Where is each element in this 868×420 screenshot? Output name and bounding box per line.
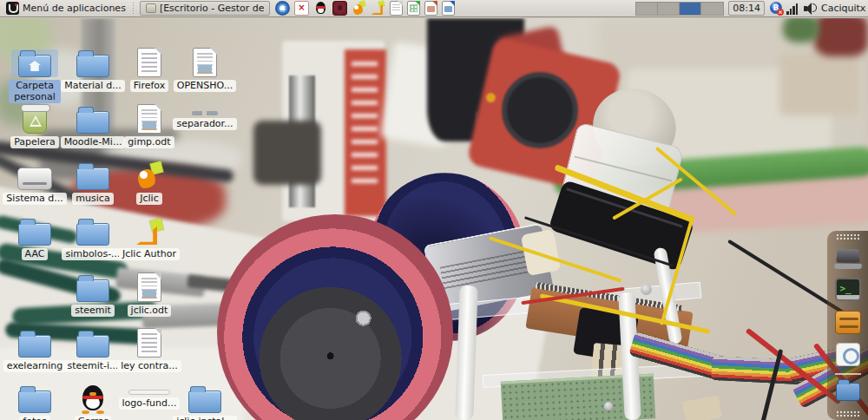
network-signal-icon[interactable] (786, 2, 800, 15)
desktop-icon-label: Jclic (136, 193, 161, 205)
desktop-icon-ley-contra[interactable]: ley contra... (122, 330, 177, 372)
top-panel: Menú de aplicaciones [Escritorio - Gesto… (0, 0, 868, 17)
desktop-icon-label: Jclic Author (119, 248, 180, 260)
recorder-icon[interactable] (332, 1, 347, 16)
writer-document-icon[interactable] (390, 1, 403, 16)
workspace-4[interactable] (701, 3, 723, 15)
desktop-icon-label: simbolos-... (62, 248, 123, 260)
jclic-icon[interactable] (352, 1, 366, 16)
desktop-icon-separador[interactable]: separador... (177, 106, 233, 130)
side-dock: >_ (827, 231, 868, 420)
draw-document-icon[interactable] (442, 1, 455, 16)
desktop-icon-label: Carpeta personal (9, 80, 61, 103)
desktop-icon-musica[interactable]: musica (65, 162, 121, 205)
storage-box-small (779, 53, 859, 115)
terminal-icon[interactable]: >_ (833, 277, 863, 305)
home-folder-icon (18, 55, 51, 77)
workspace-2[interactable] (658, 3, 680, 15)
jclic-author-logo-icon (135, 220, 164, 246)
folder-icon[interactable] (833, 379, 863, 407)
panel-separator (132, 3, 136, 15)
desktop-icon-label: Moodle-Mi... (61, 136, 126, 148)
desktop-icon-label: Papelera (10, 136, 59, 148)
desktop-icon-jclic[interactable]: Jclic (122, 162, 177, 205)
desktop-icon-label: steemit (71, 305, 115, 317)
thin-image-icon (128, 390, 170, 395)
desktop-icon-label: separador... (173, 118, 236, 130)
thin-image-icon (192, 111, 218, 115)
desktop-icon-simbolos[interactable]: simbolos-... (65, 218, 121, 260)
workspace-1[interactable] (636, 3, 658, 15)
desktop-icon-firefox[interactable]: Firefox (122, 49, 177, 92)
desktop-icon-label: Material d... (61, 80, 125, 92)
desktop-icon-aac[interactable]: AAC (7, 218, 62, 260)
desktop-icon-label: logo-fund... (119, 397, 181, 410)
desktop-icon-label: musica (72, 193, 113, 205)
bluetooth-disabled-icon[interactable]: B× (769, 1, 784, 16)
dock-drag-handle[interactable] (837, 411, 859, 417)
background-green-object (783, 18, 819, 43)
folder-icon (76, 335, 109, 358)
jclic-author-icon[interactable] (371, 1, 385, 16)
folder-icon (76, 223, 109, 246)
desktop-icon-gimp-odt[interactable]: gimp.odt (122, 106, 177, 148)
applications-menu-button[interactable]: Menú de aplicaciones (2, 0, 130, 16)
desktop-icon-jclic-odt[interactable]: jclic.odt (122, 274, 177, 317)
desktop-icon-sistema[interactable]: Sistema d... (7, 162, 62, 205)
volume-icon[interactable] (803, 1, 818, 16)
calc-document-icon[interactable] (407, 1, 420, 16)
qq-messenger-icon[interactable] (313, 1, 328, 16)
folder-icon (18, 223, 51, 246)
chromium-icon[interactable] (275, 1, 290, 16)
desktop-icon-carpeta-personal[interactable]: Carpeta personal (7, 49, 62, 103)
close-window-icon[interactable]: × (294, 1, 309, 16)
taskbar-window-title: [Escritorio - Gestor de ar... (160, 3, 264, 14)
desktop-icon-steemit-i[interactable]: steemit-i... (65, 330, 121, 372)
desktop-icon-logo-fund[interactable]: logo-fund... (122, 385, 177, 410)
desktop-icon-steemit[interactable]: steemit (65, 274, 121, 317)
folder-icon (188, 390, 221, 413)
desktop-icon-openshot[interactable]: OPENSHO... (177, 49, 233, 92)
impress-document-icon[interactable] (424, 1, 437, 16)
desktop-icon-papelera[interactable]: Papelera (7, 106, 62, 148)
workspace-pager (635, 2, 724, 16)
panel-launchers: × (275, 1, 455, 16)
network-name-label: Caciquitxs T (821, 3, 866, 14)
desktop-icon-label: jclic.odt (128, 305, 172, 317)
laptop-icon[interactable] (833, 245, 863, 272)
applications-menu-label: Menú de aplicaciones (23, 3, 126, 14)
desktop-icon-fotos[interactable]: fotos (7, 385, 62, 420)
desktop-icon-label: exelearning (3, 360, 66, 372)
dock-drag-handle[interactable] (837, 234, 859, 240)
desktop-icon-label: Firefox (130, 80, 168, 92)
desktop-icon-label: jclic-instal... (173, 416, 237, 420)
dock-separator (835, 373, 861, 375)
workspace-3-active[interactable] (680, 3, 701, 15)
file-drawer-icon[interactable] (833, 309, 863, 337)
beige-connector (682, 396, 722, 420)
image-document-icon (137, 272, 161, 302)
folder-icon (76, 167, 109, 190)
clock[interactable]: 08:14 (728, 1, 765, 16)
desktop-icon-jclic-instal[interactable]: jclic-instal... (177, 385, 233, 420)
display-icon[interactable] (833, 341, 863, 369)
desktop-icon-material[interactable]: Material d... (65, 49, 121, 92)
desktop-icon-label: fotos (19, 416, 49, 420)
folder-icon (18, 335, 51, 358)
hard-drive-icon (17, 167, 52, 190)
desktop-icon-jclic-author[interactable]: Jclic Author (122, 218, 177, 260)
taskbar-window-button[interactable]: [Escritorio - Gestor de ar... (140, 1, 270, 16)
desktop-icon-label: AAC (22, 248, 49, 260)
system-tray: B× (769, 1, 818, 16)
desktop-icon-exelearning[interactable]: exelearning (7, 330, 62, 372)
desktop-icon-cerrar[interactable]: Cerrar (65, 385, 121, 420)
desktop-icon-moodle[interactable]: Moodle-Mi... (65, 106, 121, 148)
desktop-icon-label: Cerrar (75, 416, 112, 420)
desktop-window-icon (146, 3, 156, 13)
desktop-icon-label: Sistema d... (3, 193, 66, 205)
text-document-icon (137, 48, 161, 77)
folder-icon (76, 279, 109, 302)
jclic-logo-icon (135, 162, 164, 190)
image-document-icon (137, 104, 161, 134)
background-red-object (814, 18, 868, 56)
